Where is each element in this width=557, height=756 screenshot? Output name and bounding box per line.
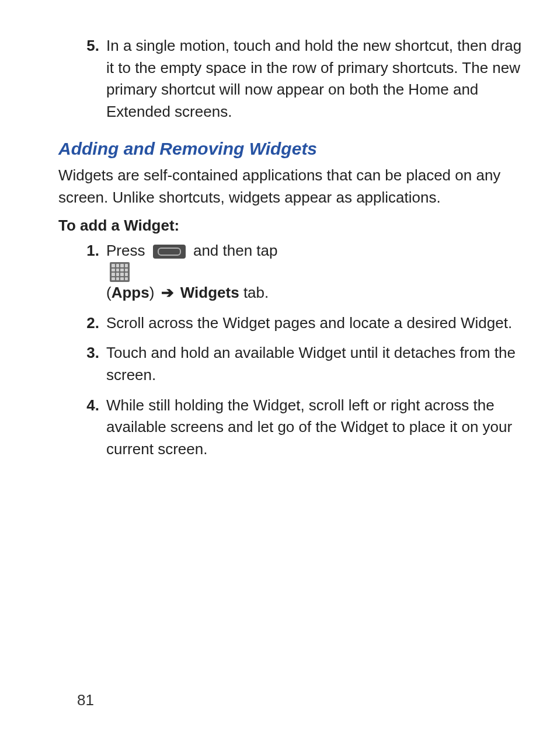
list-item: 4. While still holding the Widget, scrol… (79, 395, 522, 461)
page-number: 81 (77, 691, 94, 709)
arrow-icon: ➔ (161, 284, 174, 301)
list-text: Scroll across the Widget pages and locat… (106, 312, 522, 335)
list-number: 5. (79, 35, 106, 123)
list-item: 2. Scroll across the Widget pages and lo… (79, 312, 522, 335)
text-open-paren: ( (106, 284, 112, 301)
list-number: 4. (79, 395, 106, 461)
top-ordered-list: 5. In a single motion, touch and hold th… (79, 35, 522, 123)
section-heading: Adding and Removing Widgets (58, 136, 522, 162)
list-number: 1. (79, 240, 106, 304)
apps-label: Apps (112, 284, 149, 301)
text-press: Press (106, 242, 149, 259)
add-widget-list: 1. Press and then tap (Apps) ➔ Widgets t… (79, 240, 522, 461)
page-content: 5. In a single motion, touch and hold th… (0, 0, 557, 492)
list-number: 2. (79, 312, 106, 335)
list-item: 3. Touch and hold an available Widget un… (79, 342, 522, 386)
list-text: In a single motion, touch and hold the n… (106, 35, 522, 123)
list-text: Touch and hold an available Widget until… (106, 342, 522, 386)
widgets-label: Widgets (176, 284, 239, 301)
text-close-paren: ) (149, 284, 159, 301)
list-item: 5. In a single motion, touch and hold th… (79, 35, 522, 123)
list-text: While still holding the Widget, scroll l… (106, 395, 522, 461)
list-text: Press and then tap (Apps) ➔ Widgets tab. (106, 240, 522, 304)
home-button-icon (153, 245, 186, 259)
text-and-tap: and then tap (193, 242, 278, 259)
apps-grid-icon (110, 262, 130, 282)
list-item: 1. Press and then tap (Apps) ➔ Widgets t… (79, 240, 522, 304)
intro-paragraph: Widgets are self-contained applications … (58, 165, 522, 208)
sub-heading: To add a Widget: (58, 215, 522, 237)
list-number: 3. (79, 342, 106, 386)
text-tab: tab. (239, 284, 269, 301)
